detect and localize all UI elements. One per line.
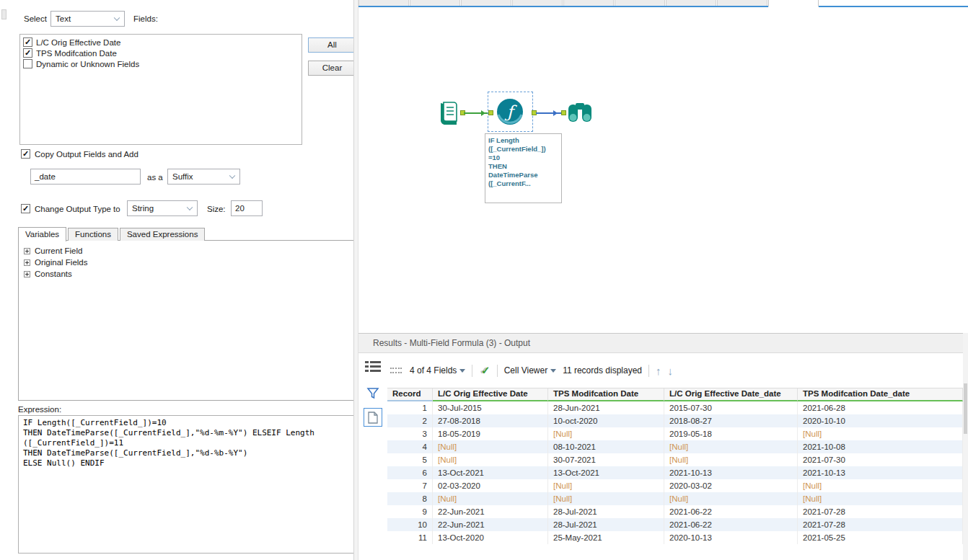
field-checkbox[interactable] <box>23 48 32 58</box>
cell[interactable]: 2021-06-22 <box>664 505 798 518</box>
column-header[interactable]: L/C Orig Effective Date_date <box>664 388 798 401</box>
field-checkbox[interactable] <box>23 37 32 47</box>
table-row[interactable]: 8[Null][Null][Null][Null] <box>387 492 963 505</box>
cell-viewer-dropdown[interactable]: Cell Viewer <box>504 365 556 375</box>
field-listbox[interactable]: L/C Orig Effective DateTPS Modifcation D… <box>19 34 302 145</box>
tab-variables[interactable]: Variables <box>18 227 66 241</box>
change-type-checkbox[interactable] <box>21 204 30 213</box>
cell[interactable]: 2020-10-10 <box>798 414 963 427</box>
cell[interactable]: 2021-06-28 <box>798 401 963 414</box>
cell[interactable]: 2020-03-02 <box>664 479 798 492</box>
field-checkbox[interactable] <box>23 59 32 68</box>
tree-item[interactable]: Original Fields <box>19 257 354 268</box>
record-number[interactable]: 10 <box>387 518 433 531</box>
tree-item[interactable]: Current Field <box>19 245 354 257</box>
cell[interactable]: 2021-10-13 <box>798 466 963 479</box>
workflow-tab[interactable] <box>512 0 563 6</box>
cell[interactable]: [Null] <box>798 492 963 505</box>
record-number[interactable]: 11 <box>387 531 433 544</box>
cell[interactable]: 13-Oct-2020 <box>433 531 548 544</box>
grid-view-icon[interactable] <box>364 360 382 376</box>
cell[interactable]: 22-Jun-2021 <box>433 518 548 531</box>
table-row[interactable]: 613-Oct-202113-Oct-20212021-10-132021-10… <box>387 466 963 479</box>
cell[interactable]: 28-Jul-2021 <box>548 505 664 518</box>
tree-item[interactable]: Constants <box>19 268 354 280</box>
cell[interactable]: [Null] <box>798 427 963 440</box>
cell[interactable]: [Null] <box>548 492 664 505</box>
collapsed-panel-grip[interactable] <box>1 9 6 19</box>
record-number[interactable]: 7 <box>387 479 433 492</box>
panel-splitter[interactable] <box>353 0 358 560</box>
expression-editor[interactable]: IF Length([_CurrentField_])=10 THEN Date… <box>18 415 355 554</box>
column-header[interactable]: TPS Modifcation Date_date <box>798 388 963 401</box>
rename-mode-dropdown[interactable]: Suffix <box>167 169 240 185</box>
record-number[interactable]: 1 <box>387 401 433 414</box>
cell[interactable]: [Null] <box>798 479 963 492</box>
workflow-tab[interactable] <box>358 0 409 6</box>
cell[interactable]: 2021-07-28 <box>798 505 963 518</box>
cell[interactable]: 2015-07-30 <box>664 401 798 414</box>
connection-line[interactable] <box>536 112 562 114</box>
vertical-scrollbar[interactable] <box>963 333 968 560</box>
table-row[interactable]: 5[Null]30-07-2021[Null]2021-07-30 <box>387 453 963 466</box>
cell[interactable]: 08-10-2021 <box>548 440 664 453</box>
suffix-text-input[interactable]: _date <box>30 169 141 185</box>
cell[interactable]: 25-May-2021 <box>548 531 664 544</box>
size-input[interactable]: 20 <box>231 200 263 216</box>
workflow-tab[interactable] <box>615 0 665 6</box>
all-button[interactable]: All <box>308 37 356 53</box>
cell[interactable]: [Null] <box>664 492 798 505</box>
cell[interactable]: [Null] <box>548 479 664 492</box>
browse-tool[interactable] <box>566 101 594 125</box>
cell[interactable]: 2021-06-22 <box>664 518 798 531</box>
clear-button[interactable]: Clear <box>308 61 356 76</box>
table-row[interactable]: 130-Jul-201528-Jun-20212015-07-302021-06… <box>387 401 963 414</box>
tab-functions[interactable]: Functions <box>68 228 118 241</box>
scroll-down-button[interactable]: ↓ <box>668 365 674 376</box>
cell[interactable]: 2021-07-28 <box>798 518 963 531</box>
record-number[interactable]: 3 <box>387 427 433 440</box>
workflow-canvas[interactable]: ƒ IF Length ([_CurrentField_]) =10 THEN … <box>358 0 968 333</box>
table-row[interactable]: 4[Null]08-10-2021[Null]2021-10-08 <box>387 440 963 453</box>
record-number[interactable]: 9 <box>387 505 433 518</box>
connection-line[interactable] <box>464 112 490 114</box>
multi-field-formula-tool[interactable]: ƒ <box>496 97 524 126</box>
input-data-tool[interactable] <box>436 100 462 126</box>
cell[interactable]: 2021-10-13 <box>664 466 798 479</box>
tool-annotation[interactable]: IF Length ([_CurrentField_]) =10 THEN Da… <box>485 133 562 203</box>
table-row[interactable]: 702-03-2020[Null]2020-03-02[Null] <box>387 479 963 492</box>
input-anchor[interactable] <box>561 110 566 115</box>
table-row[interactable]: 1113-Oct-202025-May-20212020-10-132021-0… <box>387 531 963 544</box>
record-number[interactable]: 8 <box>387 492 433 505</box>
scrollbar-thumb[interactable] <box>964 383 967 434</box>
cell[interactable]: 2018-08-27 <box>664 414 798 427</box>
workflow-tab[interactable] <box>410 0 460 6</box>
toolbar-grip[interactable] <box>390 368 402 373</box>
table-row[interactable]: 227-08-201810-oct-20202018-08-272020-10-… <box>387 414 963 427</box>
cell[interactable]: 2021-10-08 <box>798 440 963 453</box>
cell[interactable]: 2019-05-18 <box>664 427 798 440</box>
field-list-item[interactable]: Dynamic or Unknown Fields <box>23 58 302 69</box>
cell[interactable]: [Null] <box>664 453 798 466</box>
cell[interactable]: 28-Jun-2021 <box>548 401 664 414</box>
cell[interactable]: [Null] <box>433 453 548 466</box>
cell[interactable]: 2021-07-30 <box>798 453 963 466</box>
cell[interactable]: 13-Oct-2021 <box>433 466 548 479</box>
workflow-tab[interactable] <box>666 0 716 6</box>
cell[interactable]: 28-Jul-2021 <box>548 518 664 531</box>
workflow-tab[interactable] <box>717 0 767 6</box>
column-header[interactable]: L/C Orig Effective Date <box>433 388 548 401</box>
cell[interactable]: [Null] <box>433 440 548 453</box>
funnel-icon[interactable] <box>366 387 379 402</box>
record-number[interactable]: 6 <box>387 466 433 479</box>
cell[interactable]: 18-05-2019 <box>433 427 548 440</box>
field-list-item[interactable]: L/C Orig Effective Date <box>23 37 302 48</box>
cell[interactable]: 30-Jul-2015 <box>433 401 548 414</box>
cell[interactable]: 22-Jun-2021 <box>433 505 548 518</box>
cell[interactable]: 2021-05-25 <box>798 531 963 544</box>
cell[interactable]: [Null] <box>433 492 548 505</box>
select-type-dropdown[interactable]: Text <box>50 11 125 27</box>
cell[interactable]: [Null] <box>548 427 664 440</box>
copy-output-checkbox[interactable] <box>21 149 30 159</box>
cell[interactable]: 10-oct-2020 <box>548 414 664 427</box>
